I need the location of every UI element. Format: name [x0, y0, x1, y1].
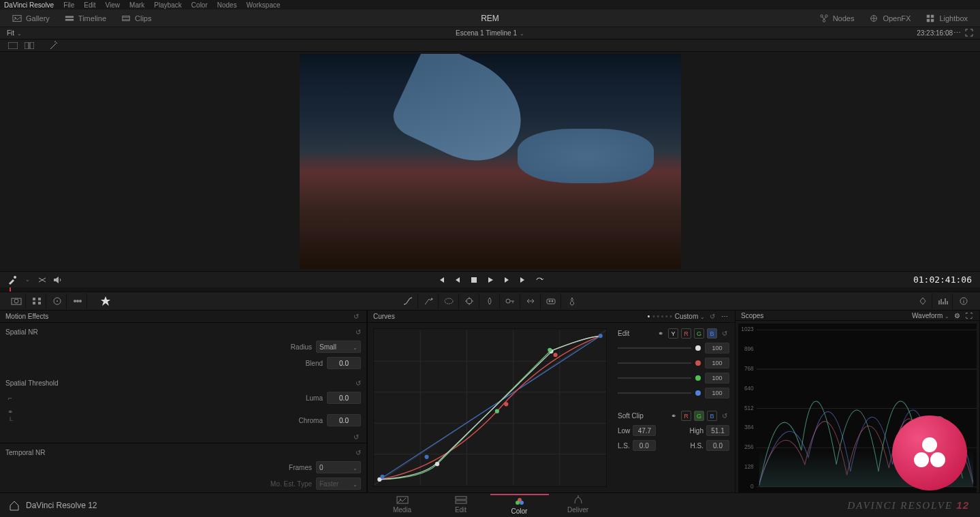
- mute-icon[interactable]: [52, 275, 63, 285]
- expand-icon[interactable]: [965, 29, 973, 38]
- g-intensity-value[interactable]: 100: [705, 373, 729, 383]
- spatial-chroma-input[interactable]: 0.0: [327, 414, 361, 426]
- last-frame-button[interactable]: [518, 275, 528, 285]
- nav-deliver[interactable]: Deliver: [549, 494, 607, 516]
- keyframe-icon[interactable]: [913, 294, 932, 309]
- channel-r-button[interactable]: R: [681, 328, 691, 339]
- link-icon[interactable]: ⌐: [5, 394, 15, 402]
- y-intensity-value[interactable]: 100: [705, 343, 729, 354]
- scopes-toggle-icon[interactable]: [934, 294, 953, 309]
- frames-select[interactable]: 0: [316, 461, 361, 473]
- channel-y-button[interactable]: Y: [668, 328, 678, 339]
- menu-edit[interactable]: Edit: [84, 1, 95, 9]
- channel-b-button[interactable]: B: [707, 328, 717, 339]
- wand-icon[interactable]: [48, 41, 60, 50]
- next-frame-button[interactable]: [501, 275, 512, 285]
- qualifier-icon[interactable]: [420, 294, 439, 309]
- b-intensity-slider[interactable]: [618, 392, 691, 394]
- color-match-icon[interactable]: [27, 294, 46, 309]
- menu-file[interactable]: File: [63, 1, 74, 9]
- scopes-mode-dropdown[interactable]: Waveform: [912, 312, 949, 319]
- softclip-high-input[interactable]: 51.1: [706, 425, 729, 436]
- softclip-low-input[interactable]: 47.7: [633, 425, 656, 436]
- play-button[interactable]: [485, 275, 496, 285]
- curves-icon[interactable]: [399, 294, 418, 309]
- window-icon[interactable]: [440, 294, 459, 309]
- reset-motion-icon[interactable]: [351, 312, 361, 322]
- nav-color[interactable]: Color: [490, 494, 549, 516]
- menu-mark[interactable]: Mark: [129, 1, 144, 9]
- reset-temporal-icon[interactable]: [351, 433, 361, 442]
- link-channels-icon[interactable]: ⚭: [656, 329, 665, 339]
- menu-app[interactable]: DaVinci Resolve: [4, 1, 54, 9]
- nodes-button[interactable]: Nodes: [814, 12, 860, 25]
- project-title: REM: [481, 14, 499, 23]
- camera-raw-icon[interactable]: [7, 294, 26, 309]
- scopes-expand-icon[interactable]: ⛶: [964, 311, 974, 320]
- reset-edit-icon[interactable]: [720, 329, 729, 339]
- menu-nodes[interactable]: Nodes: [217, 1, 237, 9]
- info-icon[interactable]: [954, 294, 973, 309]
- options-icon[interactable]: ⋯: [953, 29, 961, 37]
- home-icon[interactable]: [8, 499, 20, 512]
- radius-select[interactable]: Small: [316, 341, 361, 353]
- g-intensity-slider[interactable]: [618, 377, 691, 379]
- softclip-ls-input[interactable]: 0.0: [633, 440, 656, 451]
- scopes-settings-icon[interactable]: ⚙: [952, 311, 962, 320]
- reset-spatial-thresh-icon[interactable]: [355, 379, 361, 387]
- spatial-luma-input[interactable]: 0.0: [327, 392, 361, 404]
- b-intensity-value[interactable]: 100: [705, 388, 729, 398]
- openfx-button[interactable]: OpenFX: [864, 12, 916, 25]
- curves-mode-dropdown[interactable]: Custom: [675, 313, 705, 320]
- picker-dropdown-icon[interactable]: [22, 275, 33, 285]
- r-intensity-value[interactable]: 100: [705, 358, 729, 369]
- reset-curves-icon[interactable]: [708, 312, 717, 322]
- lightbox-button[interactable]: Lightbox: [920, 12, 973, 25]
- data-burn-icon[interactable]: [563, 294, 582, 309]
- loop-button[interactable]: [534, 275, 545, 285]
- link-softclip-icon[interactable]: ⚭: [669, 411, 678, 421]
- tracker-icon[interactable]: [460, 294, 479, 309]
- clips-button[interactable]: Clips: [116, 12, 157, 25]
- curves-options-icon[interactable]: ⋯: [720, 312, 729, 322]
- dual-view-icon[interactable]: [23, 41, 35, 50]
- stereo-3d-icon[interactable]: [542, 294, 561, 309]
- timeline-name-dropdown[interactable]: Escena 1 Timeline 1: [456, 29, 524, 37]
- zoom-fit-dropdown[interactable]: Fit: [7, 29, 22, 37]
- channel-g-button[interactable]: G: [694, 328, 704, 339]
- spatial-blend-input[interactable]: 0.0: [327, 357, 361, 369]
- primaries-bars-icon[interactable]: [68, 294, 87, 309]
- menu-color[interactable]: Color: [191, 1, 208, 9]
- nav-edit[interactable]: Edit: [432, 494, 490, 516]
- softclip-r-button[interactable]: R: [681, 411, 691, 421]
- shuffle-icon[interactable]: [37, 275, 48, 285]
- reset-spatial-nr-icon[interactable]: [355, 328, 361, 336]
- y-intensity-slider[interactable]: [618, 347, 691, 349]
- curves-graph[interactable]: [368, 323, 612, 492]
- picker-icon[interactable]: [7, 275, 18, 285]
- color-wheels-icon[interactable]: [48, 294, 67, 309]
- menu-view[interactable]: View: [106, 1, 121, 9]
- svg-text:896: 896: [744, 346, 754, 352]
- key-icon[interactable]: [501, 294, 520, 309]
- menu-playback[interactable]: Playback: [154, 1, 182, 9]
- stop-button[interactable]: [469, 275, 479, 285]
- nav-media[interactable]: Media: [373, 494, 432, 516]
- link-chain-icon[interactable]: ⚭: [5, 408, 15, 416]
- r-intensity-slider[interactable]: [618, 362, 691, 364]
- first-frame-button[interactable]: [436, 275, 447, 285]
- prev-frame-button[interactable]: [452, 275, 463, 285]
- motion-effects-icon[interactable]: [94, 294, 117, 309]
- blur-icon[interactable]: [481, 294, 500, 309]
- reset-temporal-nr-icon[interactable]: [355, 449, 361, 456]
- softclip-g-button[interactable]: G: [694, 411, 704, 421]
- transport-timecode: 01:02:41:06: [913, 275, 972, 285]
- single-view-icon[interactable]: [7, 41, 19, 50]
- softclip-hs-input[interactable]: 0.0: [706, 440, 729, 451]
- timeline-button[interactable]: Timeline: [59, 12, 112, 25]
- softclip-b-button[interactable]: B: [707, 411, 717, 421]
- sizing-icon[interactable]: [522, 294, 541, 309]
- reset-softclip-icon[interactable]: [720, 411, 729, 421]
- gallery-button[interactable]: Gallery: [7, 12, 55, 25]
- menu-workspace[interactable]: Workspace: [247, 1, 281, 9]
